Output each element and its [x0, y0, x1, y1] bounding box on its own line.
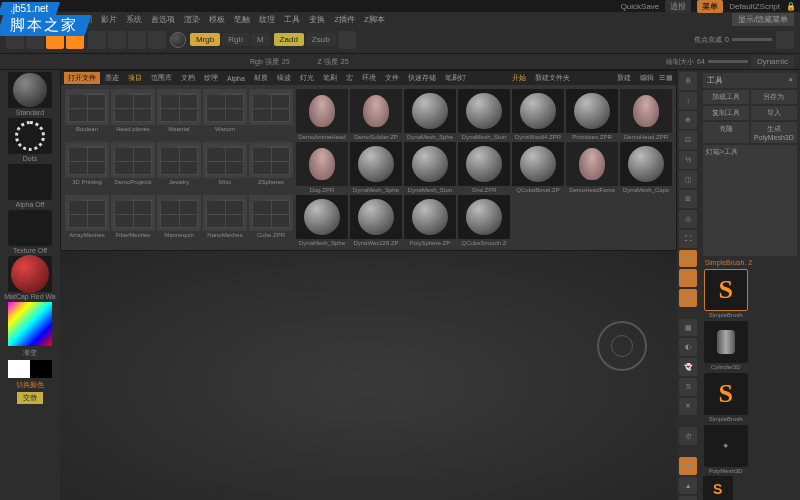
import-button[interactable]: 导入 — [751, 106, 797, 120]
menu-item[interactable]: 绘制 — [76, 14, 92, 25]
canvas[interactable] — [60, 251, 677, 500]
ghost-icon[interactable]: 👻 — [679, 358, 697, 376]
project-item[interactable]: DynaMesh_Sphe — [296, 195, 348, 246]
tab-item[interactable]: 材质 — [250, 72, 272, 84]
brush-icon[interactable] — [6, 31, 24, 49]
menu-item[interactable]: 首选项 — [151, 14, 175, 25]
switch-color-label[interactable]: 切换颜色 — [16, 380, 44, 390]
material-sphere-icon[interactable] — [170, 32, 186, 48]
menus-button[interactable]: 菜单 — [697, 0, 723, 13]
focal-value[interactable]: 0 — [725, 36, 729, 43]
folder-item[interactable]: 3D Printing — [65, 142, 109, 193]
projection-icon[interactable] — [46, 31, 64, 49]
project-item[interactable]: DynaMesh_Ston — [458, 89, 510, 140]
curve-icon[interactable] — [776, 31, 794, 49]
start-button[interactable]: 开始 — [508, 72, 530, 84]
project-item[interactable]: DemoHeadFema — [566, 142, 618, 193]
menu-item[interactable]: Alc — [6, 15, 17, 24]
swap-button[interactable]: 交替 — [17, 392, 43, 404]
copy-tool-button[interactable]: 复制工具 — [703, 106, 749, 120]
alpha-slot[interactable]: Alpha Off — [2, 164, 58, 208]
tab-item[interactable]: Alpha — [223, 74, 249, 83]
rgb-intensity-value[interactable]: 25 — [282, 58, 290, 65]
project-item[interactable]: DynaWax64.ZPR — [512, 89, 564, 140]
draw-size-value[interactable]: 64 — [697, 58, 705, 65]
script-label[interactable]: DefaultZScript — [729, 2, 780, 11]
lightbox-icon[interactable] — [26, 31, 44, 49]
tab-item[interactable]: 纹理 — [200, 72, 222, 84]
project-item[interactable]: DemoSoldier.ZP — [350, 89, 402, 140]
menu-item[interactable]: 模板 — [209, 14, 225, 25]
menu-item[interactable]: Z脚本 — [364, 14, 385, 25]
folder-item[interactable]: DemoProjects — [111, 142, 155, 193]
tab-item[interactable]: 宏 — [342, 72, 357, 84]
tab-item[interactable]: 范围库 — [147, 72, 176, 84]
zsub-button[interactable]: Zsub — [306, 33, 336, 46]
move-icon[interactable] — [108, 31, 126, 49]
tab-project[interactable]: 项目 — [124, 72, 146, 84]
project-item[interactable]: Grid.ZPR — [458, 142, 510, 193]
project-item[interactable]: DemoAnimeHead — [296, 89, 348, 140]
folder-item[interactable]: Misc — [203, 142, 247, 193]
new-folder-button[interactable]: 新建文件夹 — [531, 72, 574, 84]
xpose-icon[interactable]: ✕ — [679, 398, 697, 416]
material-slot[interactable]: MatCap Red Wa — [2, 256, 58, 300]
local-icon[interactable]: ◎ — [679, 210, 697, 228]
mrgb-button[interactable]: Mrgb — [190, 33, 220, 46]
tab-item[interactable]: 环境 — [358, 72, 380, 84]
list-view-icon[interactable]: ☰ — [659, 74, 665, 82]
folder-item[interactable]: Boolean — [65, 89, 109, 140]
folder-item[interactable]: Head planes — [111, 89, 155, 140]
folder-item[interactable] — [249, 89, 293, 140]
tab-item[interactable]: 笔刷 — [319, 72, 341, 84]
zadd-button[interactable]: Zadd — [274, 33, 304, 46]
tab-item[interactable]: 文件 — [381, 72, 403, 84]
solo-icon[interactable]: S — [679, 378, 697, 396]
move-nav-icon[interactable]: ✥ — [679, 250, 697, 268]
project-item[interactable]: DynaWax128.ZP — [350, 195, 402, 246]
menu-item[interactable]: 渲染 — [184, 14, 200, 25]
menu-item[interactable]: 系统 — [126, 14, 142, 25]
texture-slot[interactable]: Texture Off — [2, 210, 58, 254]
frame-icon[interactable]: ⛶ — [679, 230, 697, 248]
tool-thumb[interactable]: ✦PolyMesh3D — [703, 425, 749, 474]
tab-item[interactable]: 文档 — [177, 72, 199, 84]
focal-slider[interactable] — [732, 38, 772, 41]
brush-slot[interactable]: Standard — [2, 72, 58, 116]
tool-thumb[interactable]: SSimpleBrush — [703, 373, 749, 422]
hint-pill[interactable]: 通报 — [665, 0, 691, 13]
history-icon[interactable]: ⏱ — [679, 427, 697, 445]
sculptris-icon[interactable]: ▲ — [679, 477, 697, 495]
menu-item[interactable]: Z插件 — [334, 14, 355, 25]
project-item[interactable]: PolySphere.ZP — [404, 195, 456, 246]
folder-item[interactable]: ZSpheres — [249, 142, 293, 193]
menu-item[interactable]: 变换 — [309, 14, 325, 25]
persp-icon[interactable]: ◫ — [679, 171, 697, 189]
project-item[interactable]: Dog.ZPR — [296, 142, 348, 193]
tool-thumb[interactable]: SSimpleBrush — [703, 269, 749, 318]
gizmo-icon[interactable]: ◆ — [679, 457, 697, 475]
lightbox-tools-button[interactable]: 灯箱>工具 — [703, 145, 797, 256]
folder-item[interactable]: Jewelry — [157, 142, 201, 193]
tab-open-file[interactable]: 打开文件 — [64, 72, 100, 84]
menu-item[interactable]: 灯光 — [26, 14, 42, 25]
dynamic-button[interactable]: Dynamic — [751, 55, 794, 68]
menu-item[interactable]: 纹理 — [259, 14, 275, 25]
project-item[interactable]: DynaMesh_Caps — [620, 142, 672, 193]
tab-spotlight[interactable]: 墨迹 — [101, 72, 123, 84]
zcut-icon[interactable] — [338, 31, 356, 49]
activate-icon[interactable]: ⬡ — [679, 496, 697, 500]
tab-item[interactable]: 快速存储 — [404, 72, 440, 84]
floor-icon[interactable]: ⊞ — [679, 190, 697, 208]
project-item[interactable]: Primitives.ZPR — [566, 89, 618, 140]
save-as-button[interactable]: 另存为 — [751, 90, 797, 104]
close-icon[interactable]: × — [788, 75, 793, 86]
toggle-menu-button[interactable]: 显示/隐藏菜单 — [732, 13, 794, 26]
nav-ring[interactable] — [597, 321, 647, 371]
color-picker[interactable] — [2, 302, 58, 346]
menu-item[interactable]: 笔触 — [234, 14, 250, 25]
lock-icon[interactable]: 🔒 — [786, 2, 796, 11]
polyframe-icon[interactable]: ▦ — [679, 319, 697, 337]
tool-thumb[interactable]: Cylinder3D — [703, 321, 749, 370]
aahalf-icon[interactable]: ½ — [679, 151, 697, 169]
